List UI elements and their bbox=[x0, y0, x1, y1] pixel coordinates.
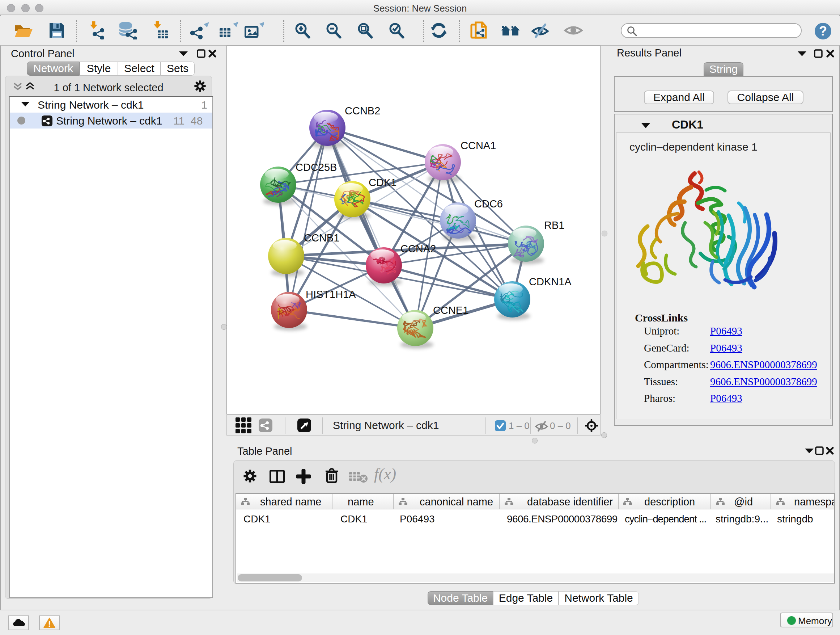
svg-text:CDC25B: CDC25B bbox=[295, 162, 337, 173]
svg-text:CCNE1: CCNE1 bbox=[433, 304, 469, 316]
svg-text:CCNB2: CCNB2 bbox=[345, 105, 380, 117]
svg-text:HIST1H1A: HIST1H1A bbox=[306, 288, 356, 300]
svg-text:CCNA1: CCNA1 bbox=[461, 140, 496, 151]
svg-text:RB1: RB1 bbox=[544, 219, 564, 231]
svg-text:CDC6: CDC6 bbox=[474, 198, 503, 210]
svg-text:CCNB1: CCNB1 bbox=[304, 232, 339, 244]
svg-text:CDKN1A: CDKN1A bbox=[529, 276, 572, 287]
svg-text:CDK1: CDK1 bbox=[369, 177, 396, 188]
svg-text:CCNA2: CCNA2 bbox=[401, 243, 436, 255]
